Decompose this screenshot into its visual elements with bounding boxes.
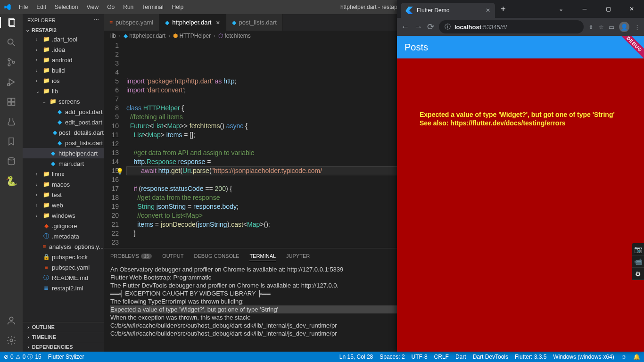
browser-titlebar: Flutter Demo ✕ + ⌄ ─ ▢ ✕ [397, 0, 644, 18]
tree-windows[interactable]: ›📁windows [23, 210, 104, 221]
tab-httphelper-dart[interactable]: ◆httphelper.dart× [159, 14, 226, 31]
tree-analysis-options-y---[interactable]: ≡analysis_options.y... [23, 241, 104, 252]
tree-linux[interactable]: ›📁linux [23, 169, 104, 179]
sidebar-footer: › OUTLINE› TIMELINE› DEPENDENCIES [23, 322, 104, 352]
status-flutter[interactable]: Flutter: 3.3.5 [515, 354, 546, 360]
tab-close-icon[interactable]: × [216, 19, 220, 26]
settings-gear-icon[interactable] [6, 335, 17, 346]
tab-close-icon[interactable]: ✕ [486, 7, 490, 14]
explorer-icon[interactable] [0, 17, 23, 28]
browser-tab-title: Flutter Demo [417, 7, 449, 14]
menu-go[interactable]: Go [103, 2, 118, 12]
python-icon[interactable]: 🐍 [6, 175, 17, 187]
status-encoding[interactable]: UTF-8 [412, 354, 428, 360]
reading-list-icon[interactable]: ▭ [609, 24, 614, 31]
bookmark-star-icon[interactable]: ☆ [598, 24, 604, 31]
more-icon[interactable]: ⋯ [94, 17, 99, 23]
tree-readme-md[interactable]: ⓘREADME.md [23, 272, 104, 283]
status-device[interactable]: Windows (windows-x64) [553, 354, 614, 360]
profile-icon[interactable]: 👤 [619, 22, 629, 32]
forward-icon[interactable]: → [414, 22, 422, 32]
source-control-icon[interactable] [6, 57, 17, 68]
menu-selection[interactable]: Selection [51, 2, 82, 12]
tree-android[interactable]: ›📁android [23, 55, 104, 65]
status-feedback-icon[interactable]: ☺ [621, 354, 627, 360]
browser-maximize-icon[interactable]: ▢ [598, 2, 619, 16]
tree--gitignore[interactable]: ◆.gitignore [23, 221, 104, 231]
tree-pubspec-lock[interactable]: 🔒pubspec.lock [23, 252, 104, 262]
tree-edit-post-dart[interactable]: ◆edit_post.dart [23, 117, 104, 127]
section-timeline[interactable]: › TIMELINE [23, 332, 104, 342]
status-stylizer[interactable]: Flutter Stylizer [48, 354, 84, 360]
svg-point-13 [8, 158, 14, 160]
run-debug-icon[interactable] [6, 76, 17, 88]
tree-post-details-dart[interactable]: ◆post_details.dart [23, 127, 104, 138]
menu-edit[interactable]: Edit [33, 2, 50, 12]
status-devtools[interactable]: Dart DevTools [473, 354, 508, 360]
browser-close-icon[interactable]: ✕ [621, 2, 642, 16]
tree--dart-tool[interactable]: ›📁.dart_tool [23, 34, 104, 44]
svg-point-2 [8, 39, 13, 44]
share-icon[interactable]: ⇪ [588, 24, 594, 31]
browser-tab[interactable]: Flutter Demo ✕ [401, 3, 495, 18]
database-icon[interactable] [6, 156, 17, 167]
panel-tab-output[interactable]: OUTPUT [162, 251, 183, 261]
status-cursor[interactable]: Ln 15, Col 28 [339, 354, 373, 360]
back-icon[interactable]: ← [401, 22, 409, 32]
tab-pubspec-yaml[interactable]: ≡pubspec.yaml [104, 14, 159, 31]
tree--idea[interactable]: ›📁.idea [23, 44, 104, 55]
status-spaces[interactable]: Spaces: 2 [380, 354, 405, 360]
browser-minimize-icon[interactable]: ─ [574, 2, 595, 16]
tree-web[interactable]: ›📁web [23, 200, 104, 210]
reload-icon[interactable]: ⟳ [427, 22, 434, 32]
section-outline[interactable]: › OUTLINE [23, 322, 104, 332]
section-dependencies[interactable]: › DEPENDENCIES [23, 342, 104, 352]
search-icon[interactable] [6, 37, 17, 48]
bookmark-icon[interactable] [6, 136, 17, 147]
tree-build[interactable]: ›📁build [23, 65, 104, 75]
menu-run[interactable]: Run [119, 2, 137, 12]
panel-tab-terminal[interactable]: TERMINAL [249, 251, 276, 261]
menu-terminal[interactable]: Terminal [138, 2, 167, 12]
browser-menu-icon[interactable]: ⋮ [634, 24, 640, 31]
account-icon[interactable] [6, 315, 17, 326]
tree-ios[interactable]: ›📁ios [23, 75, 104, 86]
record-icon[interactable]: 📹 [632, 255, 644, 268]
new-tab-icon[interactable]: + [495, 4, 512, 14]
tree-post-lists-dart[interactable]: ◆post_lists.dart [23, 138, 104, 148]
tree-macos[interactable]: ›📁macos [23, 179, 104, 189]
status-problems[interactable]: ⊘ 0 ⚠ 0 ⓘ 15 [4, 353, 41, 361]
panel-tab-problems[interactable]: PROBLEMS15 [110, 251, 152, 261]
flutter-logo-icon [405, 7, 413, 14]
panel-tab-jupyter[interactable]: JUPYTER [286, 251, 310, 261]
svg-rect-9 [8, 99, 11, 102]
tree-test[interactable]: ›📁test [23, 189, 104, 200]
browser-chevron-icon[interactable]: ⌄ [551, 2, 571, 16]
tree-lib[interactable]: ⌄📁lib [23, 86, 104, 96]
menu-help[interactable]: Help [168, 2, 188, 12]
site-info-icon[interactable]: ⓘ [445, 23, 451, 31]
status-bell-icon[interactable]: 🔔 [633, 354, 640, 360]
tree-httphelper-dart[interactable]: ◆httphelper.dart [23, 148, 104, 158]
tab-post-lists-dart[interactable]: ◆post_lists.dart [226, 14, 283, 31]
tree-pubspec-yaml[interactable]: ≡pubspec.yaml [23, 262, 104, 272]
status-eol[interactable]: CRLF [434, 354, 449, 360]
testing-icon[interactable] [6, 116, 17, 127]
status-language[interactable]: Dart [455, 354, 466, 360]
address-bar[interactable]: ⓘ localhost:53345/#/ [439, 20, 584, 33]
tree--metadata[interactable]: ⓘ.metadata [23, 231, 104, 241]
project-root[interactable]: ⌄RESTAPI2 [23, 26, 104, 34]
menu-view[interactable]: View [83, 2, 102, 12]
tree-restapi2-iml[interactable]: ≣restapi2.iml [23, 283, 104, 293]
activity-bar: 🐍 [0, 14, 23, 352]
tree-screens[interactable]: ⌄📁screens [23, 96, 104, 107]
explorer-title: EXPLORER [27, 17, 56, 23]
tree-add-post-dart[interactable]: ◆add_post.dart [23, 107, 104, 117]
appbar-title: Posts [405, 42, 428, 53]
menu-file[interactable]: File [15, 2, 32, 12]
toolbox-gear-icon[interactable]: ⚙ [632, 268, 644, 280]
lightbulb-icon[interactable]: 💡 [116, 167, 124, 176]
panel-tab-debug-console[interactable]: DEBUG CONSOLE [194, 251, 239, 261]
extensions-icon[interactable] [6, 96, 17, 107]
tree-main-dart[interactable]: ◆main.dart [23, 158, 104, 169]
